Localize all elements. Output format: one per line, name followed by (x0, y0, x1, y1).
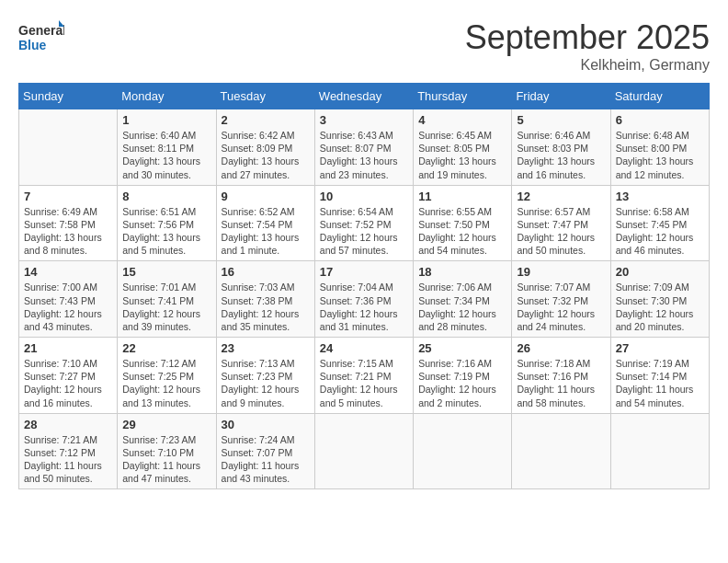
calendar-day-cell: 7Sunrise: 6:49 AM Sunset: 7:58 PM Daylig… (19, 185, 118, 261)
day-info: Sunrise: 7:18 AM Sunset: 7:16 PM Dayligh… (517, 357, 605, 409)
logo-svg: General Blue (18, 18, 64, 60)
day-info: Sunrise: 6:57 AM Sunset: 7:47 PM Dayligh… (517, 205, 605, 258)
day-number: 14 (24, 265, 112, 279)
calendar-weekday-header: Tuesday (216, 84, 314, 109)
calendar-day-cell: 17Sunrise: 7:04 AM Sunset: 7:36 PM Dayli… (314, 261, 413, 338)
day-info: Sunrise: 6:42 AM Sunset: 8:09 PM Dayligh… (222, 129, 310, 181)
day-info: Sunrise: 6:40 AM Sunset: 8:11 PM Dayligh… (122, 129, 210, 181)
day-info: Sunrise: 7:09 AM Sunset: 7:30 PM Dayligh… (616, 281, 704, 333)
calendar-day-cell: 8Sunrise: 6:51 AM Sunset: 7:56 PM Daylig… (118, 185, 216, 261)
day-number: 3 (320, 113, 408, 127)
calendar-day-cell: 13Sunrise: 6:58 AM Sunset: 7:45 PM Dayli… (610, 185, 709, 261)
day-number: 28 (24, 418, 112, 431)
day-info: Sunrise: 6:46 AM Sunset: 8:03 PM Dayligh… (517, 129, 605, 181)
day-info: Sunrise: 7:21 AM Sunset: 7:12 PM Dayligh… (24, 433, 112, 486)
day-info: Sunrise: 6:49 AM Sunset: 7:58 PM Dayligh… (24, 205, 112, 258)
calendar-day-cell: 27Sunrise: 7:19 AM Sunset: 7:14 PM Dayli… (610, 338, 709, 414)
calendar-day-cell: 4Sunrise: 6:45 AM Sunset: 8:05 PM Daylig… (414, 109, 512, 186)
calendar-day-cell: 28Sunrise: 7:21 AM Sunset: 7:12 PM Dayli… (19, 413, 118, 489)
calendar-day-cell: 5Sunrise: 6:46 AM Sunset: 8:03 PM Daylig… (512, 109, 610, 186)
calendar-weekday-header: Friday (512, 84, 610, 109)
day-number: 11 (418, 190, 506, 203)
calendar-day-cell: 19Sunrise: 7:07 AM Sunset: 7:32 PM Dayli… (512, 261, 610, 338)
calendar-weekday-header: Thursday (414, 84, 512, 109)
day-number: 21 (24, 341, 112, 355)
day-info: Sunrise: 7:12 AM Sunset: 7:25 PM Dayligh… (122, 357, 210, 409)
calendar-day-cell: 21Sunrise: 7:10 AM Sunset: 7:27 PM Dayli… (19, 338, 118, 414)
day-number: 15 (122, 265, 210, 279)
calendar-week-row: 28Sunrise: 7:21 AM Sunset: 7:12 PM Dayli… (19, 413, 710, 489)
calendar-week-row: 7Sunrise: 6:49 AM Sunset: 7:58 PM Daylig… (19, 185, 710, 261)
day-number: 19 (517, 265, 605, 279)
day-number: 7 (24, 190, 112, 203)
calendar-day-cell (19, 109, 118, 186)
day-info: Sunrise: 7:07 AM Sunset: 7:32 PM Dayligh… (517, 281, 605, 333)
calendar-day-cell: 2Sunrise: 6:42 AM Sunset: 8:09 PM Daylig… (216, 109, 314, 186)
calendar-day-cell: 1Sunrise: 6:40 AM Sunset: 8:11 PM Daylig… (118, 109, 216, 186)
day-info: Sunrise: 7:16 AM Sunset: 7:19 PM Dayligh… (418, 357, 506, 409)
day-info: Sunrise: 6:43 AM Sunset: 8:07 PM Dayligh… (320, 129, 408, 181)
calendar-day-cell (414, 413, 512, 489)
calendar-day-cell: 18Sunrise: 7:06 AM Sunset: 7:34 PM Dayli… (414, 261, 512, 338)
calendar-weekday-header: Wednesday (314, 84, 413, 109)
location-subtitle: Kelkheim, Germany (465, 57, 710, 74)
calendar-day-cell (610, 413, 709, 489)
day-info: Sunrise: 6:52 AM Sunset: 7:54 PM Dayligh… (222, 205, 310, 258)
day-number: 23 (222, 341, 310, 355)
calendar-day-cell: 29Sunrise: 7:23 AM Sunset: 7:10 PM Dayli… (118, 413, 216, 489)
day-number: 6 (616, 113, 704, 127)
day-number: 8 (122, 190, 210, 203)
logo: General Blue (18, 18, 64, 60)
calendar-day-cell: 14Sunrise: 7:00 AM Sunset: 7:43 PM Dayli… (19, 261, 118, 338)
day-info: Sunrise: 7:00 AM Sunset: 7:43 PM Dayligh… (24, 281, 112, 333)
calendar-day-cell: 30Sunrise: 7:24 AM Sunset: 7:07 PM Dayli… (216, 413, 314, 489)
day-number: 10 (320, 190, 408, 203)
day-number: 17 (320, 265, 408, 279)
day-info: Sunrise: 6:54 AM Sunset: 7:52 PM Dayligh… (320, 205, 408, 258)
day-info: Sunrise: 7:04 AM Sunset: 7:36 PM Dayligh… (320, 281, 408, 333)
calendar-day-cell: 12Sunrise: 6:57 AM Sunset: 7:47 PM Dayli… (512, 185, 610, 261)
day-number: 20 (616, 265, 704, 279)
day-info: Sunrise: 7:19 AM Sunset: 7:14 PM Dayligh… (616, 357, 704, 409)
day-info: Sunrise: 7:10 AM Sunset: 7:27 PM Dayligh… (24, 357, 112, 409)
calendar-header-row: SundayMondayTuesdayWednesdayThursdayFrid… (19, 84, 710, 109)
calendar-table: SundayMondayTuesdayWednesdayThursdayFrid… (18, 83, 710, 489)
day-number: 16 (222, 265, 310, 279)
day-number: 30 (222, 418, 310, 431)
day-info: Sunrise: 6:45 AM Sunset: 8:05 PM Dayligh… (418, 129, 506, 181)
day-number: 13 (616, 190, 704, 203)
day-number: 26 (517, 341, 605, 355)
day-info: Sunrise: 6:58 AM Sunset: 7:45 PM Dayligh… (616, 205, 704, 258)
calendar-week-row: 14Sunrise: 7:00 AM Sunset: 7:43 PM Dayli… (19, 261, 710, 338)
calendar-day-cell: 22Sunrise: 7:12 AM Sunset: 7:25 PM Dayli… (118, 338, 216, 414)
calendar-day-cell (512, 413, 610, 489)
day-number: 18 (418, 265, 506, 279)
calendar-day-cell (314, 413, 413, 489)
calendar-day-cell: 24Sunrise: 7:15 AM Sunset: 7:21 PM Dayli… (314, 338, 413, 414)
day-number: 22 (122, 341, 210, 355)
day-info: Sunrise: 6:48 AM Sunset: 8:00 PM Dayligh… (616, 129, 704, 181)
svg-text:Blue: Blue (18, 38, 47, 52)
day-number: 12 (517, 190, 605, 203)
calendar-body: 1Sunrise: 6:40 AM Sunset: 8:11 PM Daylig… (19, 109, 710, 489)
calendar-day-cell: 9Sunrise: 6:52 AM Sunset: 7:54 PM Daylig… (216, 185, 314, 261)
calendar-day-cell: 23Sunrise: 7:13 AM Sunset: 7:23 PM Dayli… (216, 338, 314, 414)
day-info: Sunrise: 7:24 AM Sunset: 7:07 PM Dayligh… (222, 433, 310, 486)
calendar-day-cell: 3Sunrise: 6:43 AM Sunset: 8:07 PM Daylig… (314, 109, 413, 186)
day-info: Sunrise: 7:13 AM Sunset: 7:23 PM Dayligh… (222, 357, 310, 409)
day-info: Sunrise: 7:03 AM Sunset: 7:38 PM Dayligh… (222, 281, 310, 333)
day-number: 27 (616, 341, 704, 355)
calendar-weekday-header: Monday (118, 84, 216, 109)
day-info: Sunrise: 7:23 AM Sunset: 7:10 PM Dayligh… (122, 433, 210, 486)
svg-text:General: General (18, 23, 64, 38)
day-number: 9 (222, 190, 310, 203)
day-info: Sunrise: 7:01 AM Sunset: 7:41 PM Dayligh… (122, 281, 210, 333)
calendar-day-cell: 16Sunrise: 7:03 AM Sunset: 7:38 PM Dayli… (216, 261, 314, 338)
day-number: 1 (122, 113, 210, 127)
calendar-weekday-header: Saturday (610, 84, 709, 109)
calendar-day-cell: 20Sunrise: 7:09 AM Sunset: 7:30 PM Dayli… (610, 261, 709, 338)
day-number: 4 (418, 113, 506, 127)
day-number: 29 (122, 418, 210, 431)
calendar-weekday-header: Sunday (19, 84, 118, 109)
calendar-day-cell: 6Sunrise: 6:48 AM Sunset: 8:00 PM Daylig… (610, 109, 709, 186)
